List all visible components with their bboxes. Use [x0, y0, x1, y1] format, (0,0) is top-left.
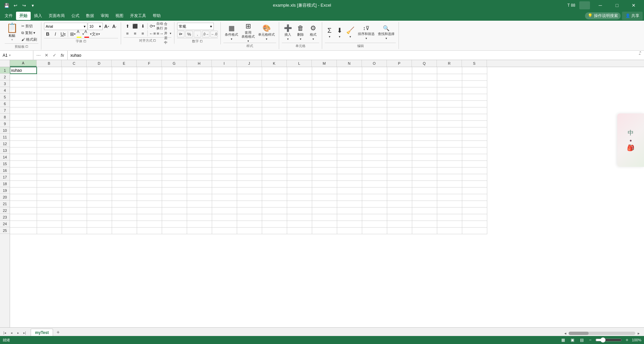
menu-review[interactable]: 审阅 — [97, 12, 112, 20]
sort-filter-button[interactable]: ↕⊽ 排序和筛选 ▾ — [357, 23, 376, 42]
cell-F16[interactable] — [137, 167, 162, 174]
cell-R13[interactable] — [437, 147, 462, 154]
cell-R20[interactable] — [437, 194, 462, 201]
sheet-prev-button[interactable]: ◂ — [8, 329, 15, 336]
cell-O13[interactable] — [362, 147, 387, 154]
cell-J13[interactable] — [237, 147, 262, 154]
cell-reference-box[interactable]: A1 ▾ — [0, 51, 33, 60]
row-num-3[interactable]: 3 — [0, 80, 10, 87]
cell-P18[interactable] — [387, 181, 412, 187]
delete-cells-button[interactable]: 🗑 删除 ▾ — [294, 23, 306, 42]
save-button[interactable]: 💾 — [3, 1, 11, 9]
cell-O3[interactable] — [362, 80, 387, 87]
cell-A22[interactable] — [10, 207, 37, 214]
cell-Q4[interactable] — [412, 87, 437, 94]
cell-G14[interactable] — [162, 154, 187, 160]
cell-G6[interactable] — [162, 100, 187, 107]
cell-Q18[interactable] — [412, 181, 437, 187]
cell-I1[interactable] — [212, 67, 237, 74]
cell-M9[interactable] — [312, 120, 337, 127]
add-sheet-button[interactable]: + — [54, 329, 62, 336]
cell-K25[interactable] — [262, 227, 287, 234]
cell-C24[interactable] — [62, 221, 87, 227]
find-select-button[interactable]: 🔍 查找和选择 ▾ — [377, 23, 396, 42]
cell-K20[interactable] — [262, 194, 287, 201]
cell-H4[interactable] — [187, 87, 212, 94]
cell-Q12[interactable] — [412, 140, 437, 147]
cell-C13[interactable] — [62, 147, 87, 154]
cell-O17[interactable] — [362, 174, 387, 181]
underline-dropdown[interactable]: ▾ — [64, 32, 66, 36]
cell-B1[interactable] — [37, 67, 62, 74]
cell-A7[interactable] — [10, 107, 37, 114]
cell-N14[interactable] — [337, 154, 362, 160]
cell-J21[interactable] — [237, 201, 262, 207]
col-header-J[interactable]: J — [237, 60, 262, 67]
menu-data[interactable]: 数据 — [83, 12, 97, 20]
cell-M22[interactable] — [312, 207, 337, 214]
cell-M18[interactable] — [312, 181, 337, 187]
cell-K16[interactable] — [262, 167, 287, 174]
increase-decimal-button[interactable]: .0→ — [202, 31, 209, 37]
cell-S15[interactable] — [462, 160, 487, 167]
cell-I9[interactable] — [212, 120, 237, 127]
cell-K13[interactable] — [262, 147, 287, 154]
cell-O14[interactable] — [362, 154, 387, 160]
table-format-button[interactable]: ⊞ 套用表格格式 ▾ — [240, 23, 256, 42]
cell-Q15[interactable] — [412, 160, 437, 167]
formula-more-button[interactable]: ⋯ — [35, 52, 42, 59]
sheet-first-button[interactable]: |◂ — [1, 329, 8, 336]
cell-P23[interactable] — [387, 214, 412, 221]
align-left-button[interactable]: ≡ — [124, 30, 131, 37]
cell-F18[interactable] — [137, 181, 162, 187]
cell-N22[interactable] — [337, 207, 362, 214]
cell-Q19[interactable] — [412, 187, 437, 194]
cell-S10[interactable] — [462, 127, 487, 134]
cell-E13[interactable] — [112, 147, 137, 154]
row-num-4[interactable]: 4 — [0, 87, 10, 94]
insert-cells-button[interactable]: ➕ 插入 ▾ — [282, 23, 294, 42]
cell-R24[interactable] — [437, 221, 462, 227]
col-header-G[interactable]: G — [162, 60, 187, 67]
cell-D3[interactable] — [87, 80, 112, 87]
table-format-dropdown[interactable]: ▾ — [247, 39, 249, 43]
cell-L19[interactable] — [287, 187, 312, 194]
cell-E20[interactable] — [112, 194, 137, 201]
cell-L24[interactable] — [287, 221, 312, 227]
cell-P16[interactable] — [387, 167, 412, 174]
increase-indent-button[interactable]: ≡→ — [156, 30, 164, 37]
cell-I14[interactable] — [212, 154, 237, 160]
cell-H25[interactable] — [187, 227, 212, 234]
cell-L13[interactable] — [287, 147, 312, 154]
cell-F5[interactable] — [137, 94, 162, 100]
col-header-K[interactable]: K — [262, 60, 287, 67]
cell-O16[interactable] — [362, 167, 387, 174]
cell-D21[interactable] — [87, 201, 112, 207]
cell-G2[interactable] — [162, 74, 187, 80]
cell-R16[interactable] — [437, 167, 462, 174]
col-header-R[interactable]: R — [437, 60, 462, 67]
cell-S19[interactable] — [462, 187, 487, 194]
cell-G5[interactable] — [162, 94, 187, 100]
cell-H11[interactable] — [187, 134, 212, 140]
sheet-last-button[interactable]: ▸| — [21, 329, 28, 336]
cell-H20[interactable] — [187, 194, 212, 201]
cell-O4[interactable] — [362, 87, 387, 94]
cell-N3[interactable] — [337, 80, 362, 87]
scroll-left-button[interactable]: ◂ — [563, 331, 568, 336]
cell-E3[interactable] — [112, 80, 137, 87]
font-color-button[interactable]: A ▾ — [84, 31, 92, 37]
fill-color-dropdown[interactable]: ▾ — [82, 32, 84, 36]
cell-J11[interactable] — [237, 134, 262, 140]
cell-P24[interactable] — [387, 221, 412, 227]
cell-E4[interactable] — [112, 87, 137, 94]
col-header-P[interactable]: P — [387, 60, 412, 67]
cell-R12[interactable] — [437, 140, 462, 147]
row-num-12[interactable]: 12 — [0, 140, 10, 147]
cell-K11[interactable] — [262, 134, 287, 140]
cell-N21[interactable] — [337, 201, 362, 207]
cell-N13[interactable] — [337, 147, 362, 154]
cell-A20[interactable] — [10, 194, 37, 201]
cell-O22[interactable] — [362, 207, 387, 214]
cell-A6[interactable] — [10, 100, 37, 107]
